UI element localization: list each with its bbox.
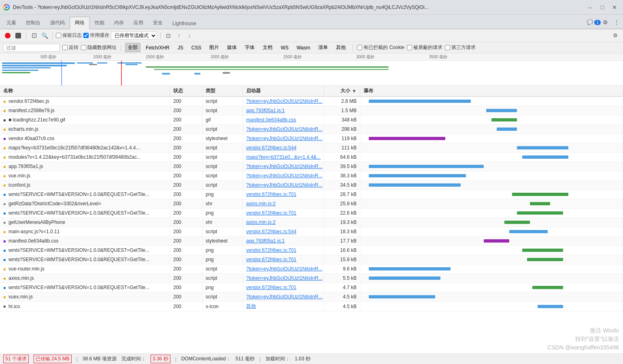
initiator-link[interactable]: ?token=eyJhbGciOiJIUzI1NiIsInR...	[246, 98, 322, 104]
filter-fetch-xhr-btn[interactable]: Fetch/XHR	[143, 44, 172, 52]
initiator-link[interactable]: ?token=eyJhbGciOiJIUzI1NiIsInR...	[246, 173, 322, 179]
initiator-link[interactable]: vendor.672f4bec.js:701	[246, 257, 296, 262]
settings-icon[interactable]: ⚙	[600, 17, 610, 27]
disable-cache-input[interactable]	[83, 33, 89, 38]
download-button[interactable]: ↓	[185, 31, 194, 40]
header-status[interactable]: 状态	[170, 86, 202, 96]
cell-initiator[interactable]: ?token=eyJhbGciOiJIUzI1NiIsInR...	[243, 162, 324, 171]
filter-doc-btn[interactable]: 文档	[260, 43, 275, 52]
filter-js-btn[interactable]: JS	[175, 44, 186, 52]
filter-media-btn[interactable]: 媒体	[224, 43, 240, 52]
tab-application[interactable]: 应用	[129, 17, 148, 29]
initiator-link[interactable]: maps?key=b3731e0...&v=1.4.4&...	[246, 154, 321, 160]
throttle-select[interactable]: 已停用节流模式	[111, 32, 157, 40]
initiator-link[interactable]: ?token=eyJhbGciOiJIUzI1NiIsInR...	[246, 164, 322, 169]
tab-performance[interactable]: 性能	[90, 17, 109, 29]
table-row[interactable]: ■ wmts?SERVICE=WMTS&VERSION=1.0.0&REQUES…	[0, 190, 623, 199]
cell-initiator[interactable]: vendor.672f4bec.js:701	[243, 209, 324, 217]
table-row[interactable]: ■ ■ loadinghzz.21ec7e90.gif 200 gif mani…	[0, 115, 623, 125]
initiator-link[interactable]: app.793f05a1.js:1	[246, 238, 285, 244]
filter-css-btn[interactable]: CSS	[189, 44, 204, 52]
initiator-link[interactable]: vendor.672f4bec.js:701	[246, 210, 296, 216]
initiator-link[interactable]: ?token=eyJhbGciOiJIUzI1NiIsInR...	[246, 275, 322, 281]
cell-initiator[interactable]: vendor.672f4bec.js:544	[243, 227, 324, 236]
cell-initiator[interactable]: vendor.672f4bec.js:701	[243, 246, 324, 255]
tab-sources[interactable]: 源代码	[45, 17, 70, 29]
initiator-link[interactable]: vendor.672f4bec.js:701	[246, 285, 296, 290]
cell-initiator[interactable]: ?token=eyJhbGciOiJIUzI1NiIsInR...	[243, 125, 324, 134]
reverse-input[interactable]	[62, 45, 68, 50]
hide-data-urls-input[interactable]	[81, 45, 86, 50]
table-row[interactable]: ■ vue.min.js 200 script ?token=eyJhbGciO…	[0, 171, 623, 181]
search-button[interactable]: 🔍	[40, 31, 49, 40]
table-row[interactable]: ■ getUserMenesAllByPhone 200 xhr axios.m…	[0, 218, 623, 227]
preserve-log-input[interactable]	[56, 33, 61, 38]
cell-initiator[interactable]: vendor.672f4bec.js:701	[243, 283, 324, 292]
timeline-content[interactable]	[0, 61, 623, 86]
cell-initiator[interactable]: axios.min.js:2	[243, 218, 324, 227]
more-icon[interactable]: ⋮	[612, 17, 621, 27]
table-row[interactable]: ■ vuex.min.js 200 script ?token=eyJhbGci…	[0, 292, 623, 302]
initiator-link[interactable]: manifest.0e634a8b.css	[246, 117, 296, 123]
table-row[interactable]: ■ app.793f05a1.js 200 script ?token=eyJh…	[0, 162, 623, 171]
table-row[interactable]: ■ vendor.40aa07c9.css 200 stylesheet ?to…	[0, 134, 623, 143]
table-row[interactable]: ■ vue-router.min.js 200 script ?token=ey…	[0, 264, 623, 274]
cell-initiator[interactable]: app.793f05a1.js:1	[243, 236, 324, 245]
close-button[interactable]: ✕	[609, 2, 620, 13]
hide-data-urls-checkbox[interactable]: 隐藏数据网址	[81, 44, 117, 51]
table-row[interactable]: ■ wmts?SERVICE=WMTS&VERSION=1.0.0&REQUES…	[0, 283, 623, 292]
initiator-link[interactable]: ?token=eyJhbGciOiJIUzI1NiIsInR...	[246, 136, 322, 141]
blocked-request-checkbox[interactable]: 被屏蔽的请求	[407, 44, 442, 51]
reverse-checkbox[interactable]: 反转	[62, 44, 79, 51]
filter-button[interactable]: ⊡	[30, 31, 38, 40]
initiator-link[interactable]: 其他	[246, 303, 256, 310]
maximize-button[interactable]: □	[597, 2, 608, 13]
initiator-link[interactable]: vendor.672f4bec.js:544	[246, 145, 296, 151]
blocked-cookie-input[interactable]	[357, 45, 362, 50]
table-row[interactable]: ■ wmts?SERVICE=WMTS&VERSION=1.0.0&REQUES…	[0, 209, 623, 218]
cell-initiator[interactable]: ?token=eyJhbGciOiJIUzI1NiIsInR...	[243, 274, 324, 283]
table-row[interactable]: ■ axios.min.js 200 script ?token=eyJhbGc…	[0, 274, 623, 283]
cell-initiator[interactable]: vendor.672f4bec.js:544	[243, 143, 324, 152]
table-row[interactable]: ■ iconfont.js 200 script ?token=eyJhbGci…	[0, 181, 623, 190]
table-row[interactable]: ■ echarts.min.js 200 script ?token=eyJhb…	[0, 125, 623, 134]
cell-initiator[interactable]: ?token=eyJhbGciOiJIUzI1NiIsInR...	[243, 181, 324, 189]
cell-initiator[interactable]: ?token=eyJhbGciOiJIUzI1NiIsInR...	[243, 134, 324, 143]
cell-initiator[interactable]: axios.min.js:2	[243, 199, 324, 208]
third-party-input[interactable]	[445, 45, 450, 50]
table-row[interactable]: ■ modules?v=1.4.22&key=b3731e0bc18c21f50…	[0, 153, 623, 162]
initiator-link[interactable]: vendor.672f4bec.js:544	[246, 229, 296, 234]
filter-ws-btn[interactable]: WS	[278, 44, 291, 52]
header-waterfall[interactable]: 瀑布	[360, 86, 623, 96]
table-row[interactable]: ■ main-async.js?v=1.0.11 200 script vend…	[0, 227, 623, 236]
notification-badge[interactable]: 💬1	[589, 17, 599, 27]
cell-initiator[interactable]: app.793f05a1.js:1	[243, 106, 324, 115]
cell-initiator[interactable]: ?token=eyJhbGciOiJIUzI1NiIsInR...	[243, 264, 324, 273]
table-row[interactable]: ■ getRzData?DistrictCode=3302&riverLevel…	[0, 199, 623, 209]
table-row[interactable]: ■ maps?key=b3731e0bc18c21f507df36480b2ac…	[0, 143, 623, 153]
tab-console[interactable]: 控制台	[21, 17, 45, 29]
blocked-request-input[interactable]	[407, 45, 412, 50]
tab-security[interactable]: 安全	[148, 17, 168, 29]
tab-memory[interactable]: 内存	[109, 17, 129, 29]
minimize-button[interactable]: –	[585, 2, 595, 13]
filter-font-btn[interactable]: 字体	[242, 43, 257, 52]
filter-other-btn[interactable]: 其他	[333, 43, 349, 52]
cell-initiator[interactable]: vendor.672f4bec.js:701	[243, 255, 324, 264]
initiator-link[interactable]: axios.min.js:2	[246, 201, 276, 206]
table-container[interactable]: 名称 状态 类型 启动器 大小 ▼ 瀑布 ■ vendor.672f4bec.j…	[0, 86, 623, 353]
table-row[interactable]: ■ vendor.672f4bec.js 200 script ?token=e…	[0, 97, 623, 106]
cell-initiator[interactable]: ?token=eyJhbGciOiJIUzI1NiIsInR...	[243, 97, 324, 106]
table-row[interactable]: ■ manifest.c2598e79.js 200 script app.79…	[0, 106, 623, 115]
toolbar-settings-icon[interactable]: ⚙	[611, 31, 620, 40]
filter-wasm-btn[interactable]: Wasm	[294, 44, 313, 52]
import-button[interactable]: ⊡	[164, 31, 173, 40]
tab-network[interactable]: 网络	[70, 17, 90, 29]
header-type[interactable]: 类型	[202, 86, 243, 96]
initiator-link[interactable]: ?token=eyJhbGciOiJIUzI1NiIsInR...	[246, 126, 322, 132]
cell-initiator[interactable]: manifest.0e634a8b.css	[243, 115, 324, 124]
initiator-link[interactable]: vendor.672f4bec.js:701	[246, 192, 296, 197]
filter-input[interactable]	[3, 44, 60, 52]
record-button[interactable]	[3, 31, 12, 40]
blocked-cookie-checkbox[interactable]: 有已拦截的 Cookie	[357, 44, 404, 51]
